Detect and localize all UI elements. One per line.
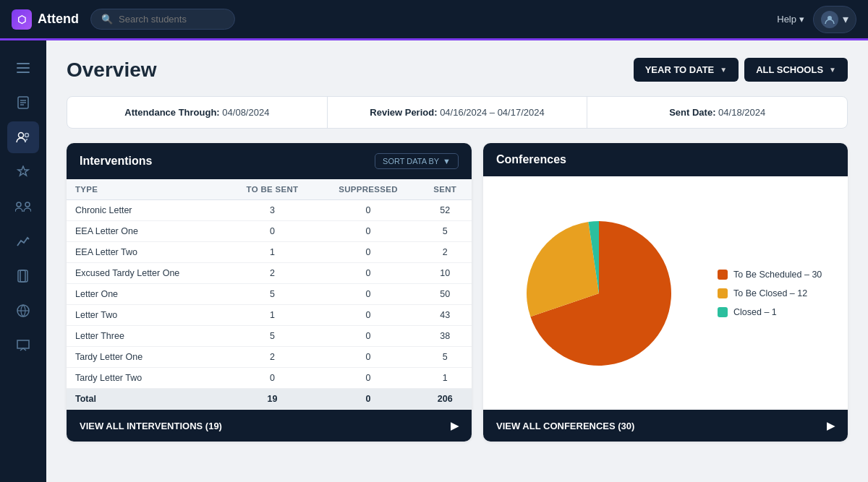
app-name: Attend (38, 12, 79, 27)
cell-type: EEA Letter Two (67, 242, 226, 263)
table-row: Letter One 5 0 50 (67, 284, 472, 305)
user-chevron-icon: ▾ (843, 12, 848, 26)
search-bar[interactable]: 🔍 (90, 9, 235, 30)
sidebar-item-families[interactable] (7, 191, 39, 223)
year-to-date-button[interactable]: YEAR TO DATE ▼ (634, 58, 739, 82)
sort-label: SORT DATA BY (383, 157, 439, 165)
cell-suppressed: 0 (318, 263, 419, 284)
cell-to-be-sent: 2 (226, 263, 318, 284)
conferences-header: Conferences (483, 143, 848, 176)
cell-to-be-sent: 0 (226, 221, 318, 242)
svg-rect-3 (17, 72, 30, 73)
cell-suppressed: 0 (318, 221, 419, 242)
cell-total-to-be-sent: 19 (226, 389, 318, 410)
interventions-table: Type To Be Sent Suppressed Sent Chronic … (67, 179, 472, 410)
legend-dot (718, 307, 728, 317)
all-schools-label: ALL SCHOOLS (756, 64, 823, 75)
cell-total-suppressed: 0 (318, 389, 419, 410)
help-chevron-icon: ▾ (799, 14, 804, 25)
legend-label: Closed – 1 (733, 307, 777, 317)
sidebar-item-analytics[interactable] (7, 225, 39, 257)
cell-total-label: Total (67, 389, 226, 410)
header-row: Overview YEAR TO DATE ▼ ALL SCHOOLS ▼ (67, 58, 848, 82)
help-label: Help (777, 14, 796, 25)
col-suppressed: Suppressed (318, 179, 419, 200)
cell-suppressed: 0 (318, 242, 419, 263)
logo-icon: ⬡ (12, 9, 32, 30)
cards-row: Interventions SORT DATA BY ▼ Type To Be … (67, 143, 848, 442)
cell-type: EEA Letter One (67, 221, 226, 242)
view-all-conferences-button[interactable]: VIEW ALL CONFERENCES (30) ▶ (483, 410, 848, 442)
sidebar (0, 40, 46, 482)
search-input[interactable] (119, 14, 224, 25)
table-row: Excused Tardy Letter One 2 0 10 (67, 263, 472, 284)
svg-point-9 (25, 134, 29, 137)
cell-sent: 10 (418, 263, 472, 284)
sidebar-item-globe[interactable] (7, 295, 39, 327)
sent-value: 04/18/2024 (718, 107, 765, 118)
svg-rect-2 (17, 67, 30, 69)
sidebar-item-documents[interactable] (7, 260, 39, 292)
sidebar-item-students[interactable] (7, 121, 39, 153)
table-row: Tardy Letter Two 0 0 1 (67, 368, 472, 389)
top-navigation: ⬡ Attend 🔍 Help ▾ ▾ (0, 0, 868, 40)
cell-sent: 1 (418, 368, 472, 389)
all-schools-chevron-icon: ▼ (829, 66, 836, 74)
table-row: Letter Two 1 0 43 (67, 305, 472, 326)
user-menu[interactable]: ▾ (813, 6, 856, 33)
sidebar-item-menu[interactable] (7, 52, 39, 84)
attendance-through-info: Attendance Through: 04/08/2024 (67, 97, 328, 128)
cell-sent: 2 (418, 242, 472, 263)
cell-suppressed: 0 (318, 284, 419, 305)
conferences-body: To Be Scheduled – 30 To Be Closed – 12 C… (483, 176, 848, 410)
cell-type: Tardy Letter One (67, 347, 226, 368)
review-label: Review Period: (370, 107, 437, 118)
view-all-conferences-label: VIEW ALL CONFERENCES (30) (496, 421, 634, 431)
cell-sent: 52 (418, 200, 472, 221)
cell-suppressed: 0 (318, 200, 419, 221)
interventions-card: Interventions SORT DATA BY ▼ Type To Be … (67, 143, 472, 442)
total-row: Total 19 0 206 (67, 389, 472, 410)
main-content: Overview YEAR TO DATE ▼ ALL SCHOOLS ▼ At… (46, 40, 868, 482)
cell-to-be-sent: 5 (226, 326, 318, 347)
view-all-interventions-arrow-icon: ▶ (451, 420, 459, 431)
search-icon: 🔍 (101, 14, 113, 25)
avatar (821, 11, 838, 28)
page-title: Overview (67, 59, 157, 82)
table-row: Chronic Letter 3 0 52 (67, 200, 472, 221)
cell-suppressed: 0 (318, 347, 419, 368)
legend-item: Closed – 1 (718, 307, 833, 317)
sidebar-item-balance[interactable] (7, 156, 39, 188)
cell-sent: 5 (418, 221, 472, 242)
info-bar: Attendance Through: 04/08/2024 Review Pe… (67, 96, 848, 129)
sidebar-item-reports[interactable] (7, 87, 39, 119)
view-all-interventions-button[interactable]: VIEW ALL INTERVENTIONS (19) ▶ (67, 410, 472, 442)
sort-data-by-button[interactable]: SORT DATA BY ▼ (375, 153, 459, 169)
table-row: EEA Letter One 0 0 5 (67, 221, 472, 242)
sidebar-item-messages[interactable] (7, 330, 39, 361)
nav-right: Help ▾ ▾ (777, 6, 856, 33)
cell-sent: 38 (418, 326, 472, 347)
interventions-tbody: Chronic Letter 3 0 52 EEA Letter One 0 0… (67, 200, 472, 410)
table-row: EEA Letter Two 1 0 2 (67, 242, 472, 263)
year-to-date-label: YEAR TO DATE (645, 64, 715, 75)
cell-type: Letter One (67, 284, 226, 305)
view-all-conferences-arrow-icon: ▶ (827, 420, 835, 431)
svg-point-8 (19, 133, 24, 138)
cell-sent: 43 (418, 305, 472, 326)
cell-to-be-sent: 0 (226, 368, 318, 389)
pie-chart-container (498, 214, 700, 373)
interventions-title: Interventions (80, 155, 152, 168)
year-to-date-chevron-icon: ▼ (720, 66, 727, 74)
legend-item: To Be Scheduled – 30 (718, 270, 833, 280)
help-button[interactable]: Help ▾ (777, 14, 804, 25)
cell-to-be-sent: 1 (226, 242, 318, 263)
all-schools-button[interactable]: ALL SCHOOLS ▼ (744, 58, 848, 82)
col-to-be-sent: To Be Sent (226, 179, 318, 200)
cell-type: Chronic Letter (67, 200, 226, 221)
review-period-info: Review Period: 04/16/2024 – 04/17/2024 (328, 97, 588, 128)
svg-point-10 (17, 202, 21, 207)
main-layout: Overview YEAR TO DATE ▼ ALL SCHOOLS ▼ At… (0, 40, 868, 482)
cell-to-be-sent: 5 (226, 284, 318, 305)
cell-type: Letter Two (67, 305, 226, 326)
